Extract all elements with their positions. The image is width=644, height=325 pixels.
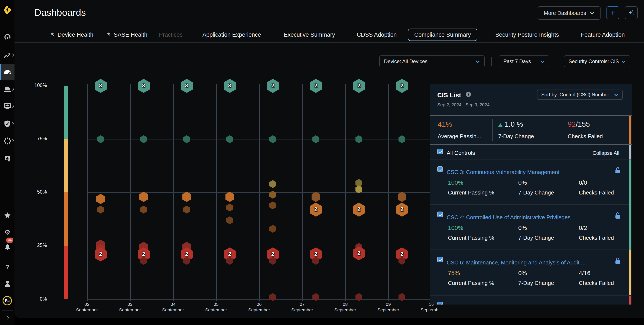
collapse-all-link[interactable]: Collapse All (593, 150, 619, 156)
hexbin-point[interactable] (183, 135, 190, 143)
csc-row: CSC 3: Continuous Vulnerability Manageme… (430, 160, 632, 205)
chevron-down-icon (476, 60, 480, 63)
failed-total: /155 (576, 120, 590, 128)
filter-separator (557, 57, 557, 66)
hexbin-point[interactable] (398, 135, 405, 143)
hexbin-point[interactable] (226, 135, 233, 143)
hexbin-point[interactable] (226, 216, 233, 224)
all-controls-checkbox[interactable] (437, 149, 443, 154)
hexbin-point[interactable]: 2 (266, 79, 279, 93)
sidebar-item-security[interactable] (0, 116, 14, 131)
sidebar-item-insights[interactable] (0, 48, 14, 62)
more-dashboards-button[interactable]: More Dashboards (538, 7, 600, 20)
hexbin-point[interactable] (398, 192, 406, 202)
csc-row-checkbox[interactable] (437, 166, 443, 172)
sidebar-item-user[interactable] (0, 276, 14, 291)
stats-strip (629, 116, 631, 144)
x-axis-tick: 04September (154, 301, 192, 313)
sidebar-item-alerts[interactable] (0, 82, 14, 96)
x-axis-tick: 06September (240, 301, 278, 313)
shield-check-icon (4, 120, 11, 127)
sidebar-item-settings[interactable]: ⚙ (0, 225, 14, 239)
x-axis-tick: 07September (283, 301, 321, 313)
unlock-icon[interactable] (615, 258, 620, 264)
hexbin-point[interactable] (269, 180, 276, 188)
hexbin-point[interactable] (225, 192, 234, 202)
hexbin-count: 2 (314, 83, 317, 89)
csc-row-checkbox[interactable] (437, 257, 443, 262)
sidebar-expand-button[interactable] (0, 310, 14, 325)
hexbin-point[interactable] (312, 135, 319, 143)
hexbin-point[interactable] (356, 293, 362, 301)
sidebar-item-processes[interactable] (0, 134, 14, 148)
hexbin-point[interactable] (311, 192, 320, 202)
csc-row-title[interactable]: CSC 6: Maintenance, Monitoring and Analy… (447, 259, 611, 266)
hexbin-point[interactable]: 3 (180, 79, 193, 93)
hexbin-point[interactable]: 2 (353, 203, 365, 217)
hexbin-point[interactable]: 2 (310, 203, 322, 217)
csc-row-title[interactable]: CSC 3: Continuous Vulnerability Manageme… (447, 169, 611, 175)
hexbin-point[interactable] (139, 192, 148, 202)
y-axis-tick: 50% (26, 190, 47, 195)
sidebar-item-activity[interactable] (0, 99, 14, 113)
security-controls-dropdown[interactable]: Security Controls: CIS (564, 56, 630, 67)
sidebar-item-discover[interactable] (0, 30, 14, 44)
chevron-right-icon (11, 54, 14, 57)
unlock-icon[interactable] (615, 167, 620, 174)
hexbin-point[interactable] (269, 191, 276, 199)
hexbin-point[interactable] (97, 135, 104, 143)
hexbin-point[interactable] (312, 293, 319, 301)
hexbin-point[interactable]: 3 (138, 79, 150, 93)
tab-security-posture-insights[interactable]: Security Posture Insights (495, 29, 559, 41)
hexbin-point[interactable] (226, 203, 233, 211)
sidebar-item-favorites[interactable] (0, 208, 14, 223)
avg-passing-value: 41% (438, 120, 452, 129)
sidebar-item-account[interactable]: Pa (0, 293, 14, 308)
brand-logo[interactable] (0, 3, 14, 17)
unlock-icon[interactable] (615, 212, 620, 219)
hexbin-point[interactable] (140, 206, 147, 213)
hexbin-point[interactable]: 2 (396, 79, 408, 93)
csc-row-strip (629, 160, 631, 205)
hexbin-point[interactable] (140, 135, 147, 143)
hexbin-point[interactable] (97, 206, 104, 213)
hexbin-point[interactable] (269, 135, 276, 143)
info-icon[interactable]: i (466, 92, 471, 97)
sidebar-item-notifications[interactable]: 9+ (0, 240, 14, 255)
hexbin-point[interactable] (269, 225, 276, 233)
time-range-dropdown[interactable]: Past 7 Days (499, 56, 550, 67)
csc-row-title[interactable]: CSC 4: Controlled Use of Administrative … (447, 214, 611, 220)
csc-row-checkbox[interactable] (437, 212, 443, 217)
hexbin-point[interactable] (356, 135, 362, 143)
scrollbar-thumb[interactable] (629, 145, 631, 160)
csc-change-label: 7-Day Change (518, 235, 554, 241)
csc-change-value: 0% (518, 179, 527, 186)
csc-passing-label: Current Passing % (448, 280, 494, 286)
filter-separator (492, 57, 492, 66)
hexbin-point[interactable]: 2 (396, 203, 408, 217)
hexbin-point[interactable]: 2 (353, 246, 365, 260)
hexbin-point[interactable] (356, 185, 362, 193)
sort-dropdown[interactable]: Sort by: Control (CSC) Number (537, 90, 623, 100)
hexbin-point[interactable] (269, 201, 276, 209)
hexbin-point[interactable]: 3 (94, 79, 107, 93)
hexbin-point[interactable] (182, 192, 191, 202)
chevron-down-icon (614, 93, 618, 96)
ai-assistant-button[interactable] (625, 7, 638, 19)
csc-failed-value: 0/2 (579, 224, 587, 231)
hexbin-point[interactable] (183, 206, 190, 213)
notification-badge: 9+ (6, 238, 13, 243)
hexbin-point[interactable]: 2 (353, 79, 365, 93)
csc-row-strip (629, 205, 631, 250)
sidebar-item-reports[interactable] (0, 151, 14, 165)
csc-row-checkbox[interactable] (437, 302, 443, 304)
sidebar-item-dashboards[interactable] (0, 64, 14, 80)
sidebar-item-help[interactable]: ? (0, 259, 14, 274)
hexbin-point[interactable]: 3 (224, 79, 236, 93)
hexbin-point[interactable] (398, 293, 405, 301)
add-dashboard-button[interactable]: + (606, 7, 619, 19)
hexbin-point[interactable] (269, 293, 276, 301)
hexbin-point[interactable] (96, 194, 105, 204)
tab-feature-adoption[interactable]: Feature Adoption (581, 29, 625, 41)
hexbin-point[interactable]: 2 (310, 79, 322, 93)
